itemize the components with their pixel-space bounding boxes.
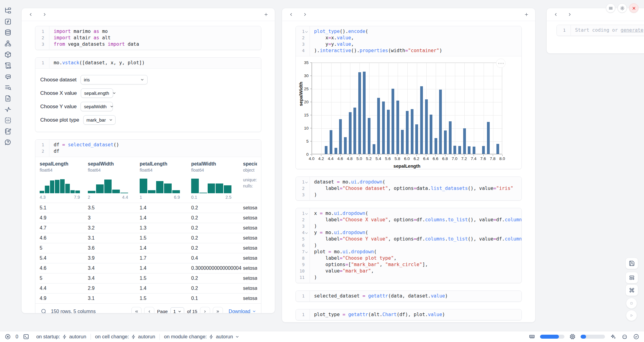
terminal-icon[interactable] xyxy=(23,333,30,340)
column-next-button[interactable] xyxy=(302,12,308,17)
copilot-icon[interactable] xyxy=(621,333,628,340)
function-square-icon[interactable] xyxy=(4,18,12,26)
cell-empty-new: 1Start coding or generate with xyxy=(556,25,644,36)
column-header[interactable]: sepalLengthfloat644.37.9 xyxy=(40,159,88,203)
y-axis-title: sepalWidth xyxy=(298,94,303,106)
column-next-button[interactable] xyxy=(42,12,47,17)
line-number: 3 xyxy=(296,223,309,230)
layout-button[interactable] xyxy=(625,272,638,283)
search-icon[interactable] xyxy=(40,308,47,313)
chart-bar xyxy=(358,72,361,154)
table-cell: 3.6 xyxy=(88,245,140,251)
stop-button[interactable] xyxy=(626,298,637,309)
column-header[interactable]: petalLengthfloat6416.9 xyxy=(140,159,191,203)
memory-icon[interactable] xyxy=(528,333,535,340)
notebook-column-1: 123import marimo as moimport altair as a… xyxy=(21,8,275,313)
column-header[interactable]: sepalWidthfloat6424.4 xyxy=(88,159,140,203)
sidebar xyxy=(0,0,16,331)
command-palette-button[interactable] xyxy=(625,284,638,296)
chart-menu-button[interactable] xyxy=(496,59,506,68)
x-axis-tick-label: 7.4 xyxy=(468,156,479,161)
code-line: df xyxy=(54,148,261,155)
column-prev-button[interactable] xyxy=(288,12,294,17)
code-editor-placeholder[interactable]: 1Start coding or generate with xyxy=(557,25,644,36)
table-cell: setosa xyxy=(243,265,257,271)
scroll-text-icon[interactable] xyxy=(4,62,12,69)
prev-page-button[interactable] xyxy=(144,307,154,314)
next-page-button[interactable] xyxy=(200,307,210,314)
table-cell: 3.4 xyxy=(88,276,140,281)
code-line: y=y.value, xyxy=(314,41,521,48)
x-axis-tick-label: 4.0 xyxy=(306,156,317,161)
dropdown-select[interactable]: iris xyxy=(80,75,148,84)
code-editor[interactable]: 123dataset = mo.ui.dropdown( label="Choo… xyxy=(296,177,521,200)
cell-plot: 1234plot_type().encode( x=x.value, y=y.v… xyxy=(295,26,522,169)
bot-message-icon[interactable] xyxy=(4,73,12,80)
close-button[interactable] xyxy=(629,3,639,13)
code-snippet-icon[interactable] xyxy=(4,116,12,124)
dropdown-label: Choose dataset xyxy=(40,77,77,83)
code-editor[interactable]: 123import marimo as moimport altair as a… xyxy=(35,26,261,50)
code-editor[interactable]: 1plot_type = getattr(alt.Chart(df), plot… xyxy=(296,309,521,320)
save-button[interactable] xyxy=(625,258,638,269)
connection-status-icon[interactable] xyxy=(633,333,640,340)
code-editor[interactable]: 12df = selected_dataset()df xyxy=(35,140,261,157)
list-search-icon[interactable] xyxy=(4,84,12,91)
table-cell: setosa xyxy=(243,205,257,211)
table-cell: 4.6 xyxy=(40,265,88,271)
table-cell: 1.7 xyxy=(140,255,191,261)
chart-bar xyxy=(373,144,375,154)
package-icon[interactable] xyxy=(4,51,12,59)
code-editor[interactable]: 1mo.vstack([dataset, x, y, plot]) xyxy=(35,58,261,68)
cpu-icon[interactable] xyxy=(569,333,576,340)
sparkles-ai-icon[interactable] xyxy=(610,333,617,340)
download-button[interactable]: Download xyxy=(229,309,256,314)
notebook-column-3: 1Start coding or generate with xyxy=(546,8,644,54)
errors-icon[interactable] xyxy=(4,333,11,340)
table-row: 4.42.91.40.2setosa xyxy=(40,283,257,293)
page-select[interactable]: 1 xyxy=(170,307,184,314)
code-editor[interactable]: 1234plot_type().encode( x=x.value, y=y.v… xyxy=(296,26,521,56)
column-prev-button[interactable] xyxy=(28,12,33,17)
add-cell-button[interactable] xyxy=(263,12,269,17)
dropdown-select[interactable]: sepalLength xyxy=(81,88,113,98)
column-header[interactable]: petalWidthfloat640.12.5 xyxy=(191,159,243,203)
help-bubble-icon[interactable] xyxy=(4,138,12,146)
column-prev-button[interactable] xyxy=(553,12,558,17)
workflow-icon[interactable] xyxy=(4,40,12,48)
altair-chart[interactable]: 051015202530354.04.24.44.64.85.05.25.45.… xyxy=(296,56,521,169)
dropdown-select[interactable]: mark_bar xyxy=(83,115,116,125)
runtime-config-item[interactable]: on module change:autorun xyxy=(164,334,239,340)
chart-plot-area[interactable] xyxy=(312,62,502,154)
notebook-pen-icon[interactable] xyxy=(4,127,12,135)
run-button[interactable] xyxy=(626,310,637,321)
chart-bar xyxy=(415,124,418,154)
first-page-button[interactable] xyxy=(131,307,141,314)
database-icon[interactable] xyxy=(4,29,12,37)
row-count-summary: 150 rows, 5 columns xyxy=(51,309,96,314)
file-text-icon[interactable] xyxy=(4,94,12,102)
chart-bar xyxy=(344,137,347,154)
runtime-config-item[interactable]: on cell change:autorun xyxy=(95,334,155,340)
last-page-button[interactable] xyxy=(213,307,223,314)
chart-bar xyxy=(439,90,442,154)
table-cell: 3.5 xyxy=(88,205,140,211)
table-cell: setosa xyxy=(243,245,257,251)
lightning-icon xyxy=(62,334,67,339)
dropdown-label: Choose Y value xyxy=(40,104,77,110)
runtime-config-item[interactable]: on startup:autorun xyxy=(36,334,86,340)
code-editor[interactable]: 1selected_dataset = getattr(data, datase… xyxy=(296,291,521,301)
column-header[interactable]: speciesobjectunique:nulls: xyxy=(243,159,257,203)
table-cell: 1.4 xyxy=(140,205,191,211)
table-cell: 0.2 xyxy=(191,225,243,231)
activity-icon[interactable] xyxy=(4,105,12,113)
column-next-button[interactable] xyxy=(567,12,572,17)
code-editor[interactable]: 1234567891011x = mo.ui.dropdown( label="… xyxy=(296,208,521,283)
settings-button[interactable] xyxy=(617,3,627,13)
menu-button[interactable] xyxy=(606,3,615,13)
code-line: value="mark_bar", xyxy=(314,268,521,274)
chart-bar xyxy=(487,122,490,154)
dropdown-select[interactable]: sepalWidth xyxy=(80,102,113,111)
file-tree-icon[interactable] xyxy=(4,7,12,15)
add-cell-button[interactable] xyxy=(524,12,529,17)
